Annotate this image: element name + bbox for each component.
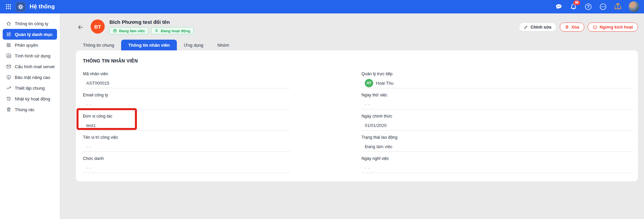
tab-general-info[interactable]: Thông tin chung xyxy=(76,40,121,50)
field-value: AST000015 xyxy=(83,81,290,86)
history-icon xyxy=(6,96,11,101)
chat-icon[interactable] xyxy=(555,3,563,11)
status-badge-label: Đang hoạt động xyxy=(161,29,190,33)
field-label: Email công ty xyxy=(83,93,290,97)
field-resignation-date: Ngày nghỉ việc - - xyxy=(361,152,633,173)
delete-button[interactable]: Xóa xyxy=(560,23,584,32)
field-label: Ngày thử việc xyxy=(361,93,633,97)
knowledge-base-icon[interactable] xyxy=(614,3,622,11)
employee-info-card: THÔNG TIN NHÂN VIÊN Mã nhân viên AST0000… xyxy=(76,50,638,181)
edit-button-label: Chỉnh sửa xyxy=(531,25,551,30)
person-icon xyxy=(154,29,159,33)
shield-icon xyxy=(6,75,11,80)
manager-avatar: HT xyxy=(365,79,373,87)
usage-chart-icon xyxy=(6,53,11,58)
category-icon xyxy=(6,32,11,37)
sidebar-item-label: Cấu hình mail server xyxy=(15,64,55,69)
page-title: Hệ thống xyxy=(30,3,55,10)
deactivate-button-label: Ngừng kích hoạt xyxy=(600,25,633,30)
field-value: - - xyxy=(83,165,290,170)
trend-icon xyxy=(6,85,11,91)
sidebar-item-security[interactable]: Bảo mật nâng cao xyxy=(3,72,57,83)
sidebar-item-usage[interactable]: Tình hình sử dụng xyxy=(3,50,57,61)
tab-employee-info[interactable]: Thông tin nhân viên xyxy=(121,40,177,50)
field-labor-status: Trạng thái lao động Đang làm việc xyxy=(361,131,633,152)
briefcase-icon xyxy=(113,29,117,33)
field-official-date: Ngày chính thức 01/01/2020 xyxy=(361,110,633,131)
tab-applications[interactable]: Ứng dụng xyxy=(177,40,210,50)
mail-icon xyxy=(6,64,11,69)
employee-name: Bích Phương test đổi tên xyxy=(109,19,194,25)
form-left-column: Mã nhân viên AST000015 Email công ty - -… xyxy=(83,67,290,173)
sidebar-item-label: Thông tin công ty xyxy=(15,21,48,26)
field-job-position: Tên vị trí công việc - - xyxy=(83,131,290,152)
field-company-email: Email công ty - - xyxy=(83,88,290,110)
field-label: Ngày nghỉ việc xyxy=(361,156,633,161)
field-label: Tên vị trí công việc xyxy=(83,135,290,140)
arrow-left-icon xyxy=(77,24,84,31)
field-label: Trạng thái lao động xyxy=(361,135,633,140)
field-value: test1 xyxy=(83,123,290,128)
sidebar-item-permissions[interactable]: Phân quyền xyxy=(3,40,57,50)
field-label: Chức danh xyxy=(83,156,290,161)
sidebar-item-activity-log[interactable]: Nhật ký hoạt động xyxy=(3,93,57,104)
more-options-icon[interactable] xyxy=(599,3,607,11)
form-right-column: Quản lý trực tiếp HT Hoài Thu Ngày thử v… xyxy=(361,67,633,173)
field-work-unit: Đơn vị công tác test1 xyxy=(83,110,290,131)
sidebar-item-label: Thiết lập chung xyxy=(15,86,45,91)
sidebar-item-label: Bảo mật nâng cao xyxy=(15,75,50,80)
sidebar-item-trash[interactable]: Thùng rác xyxy=(3,104,57,115)
field-direct-manager: Quản lý trực tiếp HT Hoài Thu xyxy=(361,67,633,88)
status-badge-active: Đang hoạt động xyxy=(151,27,194,34)
app-launcher-grid-icon[interactable] xyxy=(5,3,12,10)
main-content: BT Bích Phương test đổi tên Đang làm việ… xyxy=(60,13,644,219)
back-button[interactable] xyxy=(76,23,85,32)
field-value: - - xyxy=(83,102,290,107)
top-bar: Hệ thống 46 ? xyxy=(0,0,644,13)
field-value: 01/01/2020 xyxy=(361,123,633,128)
app-window: Hệ thống 46 ? xyxy=(0,0,644,219)
user-avatar[interactable] xyxy=(629,1,639,12)
deactivate-button[interactable]: Ngừng kích hoạt xyxy=(588,23,638,32)
detail-tabs: Thông tin chung Thông tin nhân viên Ứng … xyxy=(76,40,638,50)
minus-circle-icon xyxy=(593,25,597,30)
sidebar-item-category-management[interactable]: Quản lý danh mục xyxy=(3,29,57,40)
notification-count-badge: 46 xyxy=(573,0,580,5)
pencil-icon xyxy=(524,25,528,29)
edit-button[interactable]: Chỉnh sửa xyxy=(519,23,556,32)
sidebar-item-mail-server[interactable]: Cấu hình mail server xyxy=(3,61,57,72)
status-badge-label: Đang làm việc xyxy=(119,29,145,33)
notifications-bell-icon[interactable]: 46 xyxy=(569,3,578,11)
help-icon[interactable]: ? xyxy=(584,3,592,11)
system-app-gear-icon[interactable] xyxy=(15,2,26,12)
sidebar-item-label: Quản lý danh mục xyxy=(15,32,53,37)
field-label: Quản lý trực tiếp xyxy=(361,72,633,76)
sidebar-item-general-settings[interactable]: Thiết lập chung xyxy=(3,83,57,93)
sidebar-item-company-info[interactable]: Thông tin công ty xyxy=(3,18,57,29)
home-icon xyxy=(6,21,11,26)
delete-button-label: Xóa xyxy=(572,25,579,30)
svg-text:?: ? xyxy=(587,4,589,9)
manager-name: Hoài Thu xyxy=(376,81,394,86)
section-title: THÔNG TIN NHÂN VIÊN xyxy=(83,58,633,63)
status-badge-working: Đang làm việc xyxy=(109,27,148,34)
tab-groups[interactable]: Nhóm xyxy=(210,40,236,50)
employee-avatar: BT xyxy=(91,19,105,34)
field-label: Đơn vị công tác xyxy=(83,114,290,119)
field-value: Đang làm việc xyxy=(361,144,633,149)
tab-label: Ứng dụng xyxy=(184,43,203,48)
sidebar: Thông tin công ty Quản lý danh mục Phân … xyxy=(0,13,60,219)
field-label: Mã nhân viên xyxy=(83,72,290,76)
tab-label: Thông tin chung xyxy=(83,43,114,48)
tab-label: Thông tin nhân viên xyxy=(128,43,170,48)
sidebar-item-label: Tình hình sử dụng xyxy=(15,53,50,58)
trash-icon xyxy=(6,107,11,112)
sidebar-item-label: Nhật ký hoạt động xyxy=(15,96,50,101)
permission-icon xyxy=(6,42,11,48)
trash-icon xyxy=(565,25,569,29)
sidebar-item-label: Phân quyền xyxy=(15,43,38,48)
tab-label: Nhóm xyxy=(217,43,229,48)
sidebar-item-label: Thùng rác xyxy=(15,107,35,112)
field-value: - - xyxy=(361,165,633,170)
field-value: - - xyxy=(83,144,290,149)
